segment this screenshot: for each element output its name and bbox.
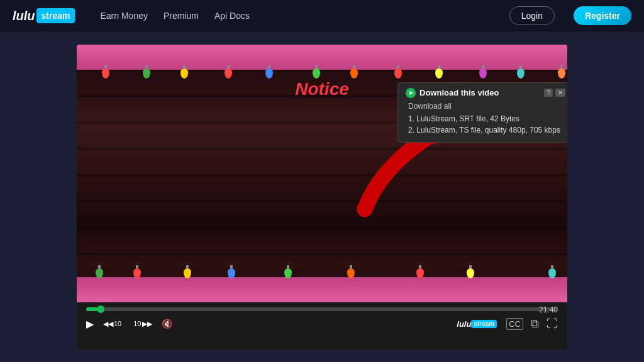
main-content: Notice xyxy=(0,31,644,362)
nav-earn-money[interactable]: Earn Money xyxy=(100,11,147,21)
pink-border-bottom xyxy=(77,277,567,302)
pip-button[interactable]: ⧉ xyxy=(531,317,539,331)
controls-row: ▶ ◀◀ 10 10 ▶▶ 🔇 lulu stream CC ⧉ xyxy=(86,317,558,331)
notice-text: Notice xyxy=(295,79,349,99)
logo: lulu stream xyxy=(13,8,75,23)
popup-title: Download this video xyxy=(419,88,540,97)
volume-button[interactable]: 🔇 xyxy=(162,319,172,329)
control-icons: CC ⧉ ⛶ xyxy=(506,317,558,331)
login-button[interactable]: Login xyxy=(509,6,555,25)
nav-links: Earn Money Premium Api Docs xyxy=(100,11,250,21)
logo-stream-text: stream xyxy=(36,8,75,23)
popup-item-1-index: 1. xyxy=(408,114,414,123)
time-display: 21:40 xyxy=(539,305,558,314)
player-logo-lulu: lulu xyxy=(457,319,471,329)
nav-premium[interactable]: Premium xyxy=(164,11,199,21)
popup-item-2[interactable]: 2. LuluStream, TS file, quality 480p, 70… xyxy=(406,126,565,134)
popup-item-1[interactable]: 1. LuluStream, SRT file, 42 Bytes xyxy=(406,114,565,123)
popup-action-icons: ? ✕ xyxy=(544,89,565,97)
player-wrapper: Notice xyxy=(77,45,567,349)
popup-item-1-text: LuluStream, SRT file, 42 Bytes xyxy=(416,114,519,123)
progress-bar[interactable]: 21:40 xyxy=(86,307,558,311)
rewind-icon: ◀◀ xyxy=(103,320,113,328)
rewind-button[interactable]: ◀◀ 10 xyxy=(103,320,121,328)
popup-item-2-text: LuluStream, TS file, quality 480p, 705 k… xyxy=(416,126,560,134)
player-logo: lulu stream xyxy=(457,319,497,329)
logo-lulu-text: lulu xyxy=(13,9,35,23)
video-area[interactable]: Notice xyxy=(77,45,567,302)
rewind-label: 10 xyxy=(114,320,121,327)
popup-item-2-index: 2. xyxy=(408,126,414,134)
popup-header: Download this video ? ✕ xyxy=(406,88,565,98)
forward-label: 10 xyxy=(133,320,141,327)
download-popup: Download this video ? ✕ Download all 1. … xyxy=(397,82,567,143)
forward-button[interactable]: 10 ▶▶ xyxy=(133,320,152,328)
progress-dot[interactable] xyxy=(97,305,104,313)
pink-border-top xyxy=(77,45,567,70)
cc-button[interactable]: CC xyxy=(506,318,523,330)
forward-icon: ▶▶ xyxy=(142,320,152,328)
popup-play-icon xyxy=(406,88,416,98)
popup-close-icon[interactable]: ✕ xyxy=(555,89,565,97)
fullscreen-button[interactable]: ⛶ xyxy=(547,317,558,331)
register-button[interactable]: Register xyxy=(574,6,631,25)
popup-question-icon[interactable]: ? xyxy=(544,89,553,97)
nav-api-docs[interactable]: Api Docs xyxy=(214,11,250,21)
popup-download-all[interactable]: Download all xyxy=(406,102,565,111)
player-logo-stream: stream xyxy=(471,320,497,328)
controls-bar: 21:40 ▶ ◀◀ 10 10 ▶▶ 🔇 lulu stream xyxy=(77,302,567,349)
lights-bottom xyxy=(77,260,567,278)
play-button[interactable]: ▶ xyxy=(86,318,94,330)
header: lulu stream Earn Money Premium Api Docs … xyxy=(0,0,644,31)
